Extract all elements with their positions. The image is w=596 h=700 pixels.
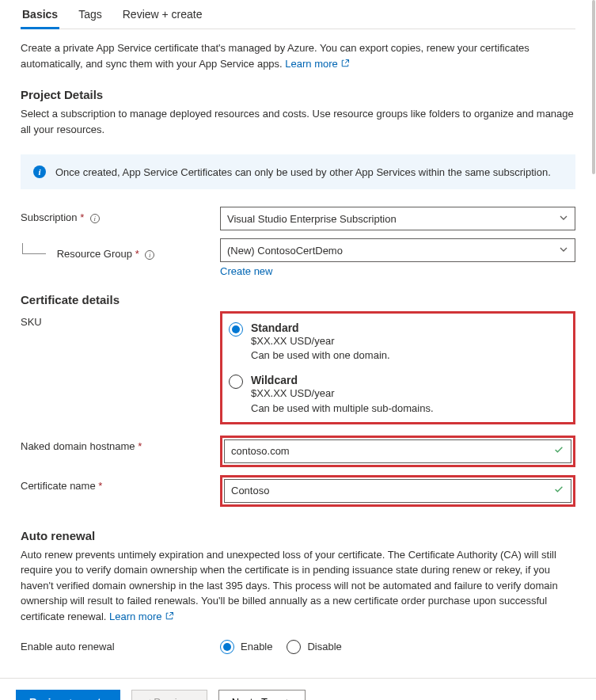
tabs: Basics Tags Review + create [21, 0, 575, 29]
previous-button: < Previous [131, 690, 207, 700]
hostname-frame: contoso.com [220, 436, 575, 467]
info-tooltip-icon[interactable]: i [145, 250, 154, 260]
sku-standard-title: Standard [251, 321, 390, 334]
cert-name-input[interactable]: Contoso [224, 479, 571, 503]
sku-wildcard-title: Wildcard [251, 374, 434, 386]
hostname-label: Naked domain hostname * [21, 436, 220, 452]
resource-group-label-text: Resource Group [57, 248, 132, 260]
create-new-link[interactable]: Create new [220, 265, 272, 277]
required-marker: * [135, 248, 139, 260]
sku-label: SKU [21, 311, 220, 328]
auto-renewal-heading: Auto renewal [21, 529, 575, 542]
project-details-heading: Project Details [21, 88, 575, 101]
sku-wildcard-price: $XX.XX USD/year [251, 386, 434, 401]
tab-tags[interactable]: Tags [77, 0, 104, 29]
chevron-down-icon [559, 213, 568, 225]
radio-unselected-icon [287, 640, 301, 654]
resource-group-select[interactable]: (New) ContosoCertDemo [220, 238, 575, 262]
required-marker: * [138, 440, 142, 452]
radio-unselected-icon [229, 375, 243, 389]
intro-body: Create a private App Service certificate… [21, 42, 530, 70]
subscription-select[interactable]: Visual Studio Enterprise Subscription [220, 207, 575, 230]
radio-selected-icon [220, 640, 234, 654]
sku-wildcard-option[interactable]: Wildcard $XX.XX USD/year Can be used wit… [229, 371, 567, 417]
auto-renewal-enable-option[interactable]: Enable [220, 639, 272, 654]
sku-options-group: Standard $XX.XX USD/year Can be used wit… [220, 311, 575, 424]
auto-renewal-desc: Auto renew prevents untimely expiration … [21, 547, 575, 626]
scrollbar[interactable] [592, 0, 595, 677]
disable-option-label: Disable [307, 641, 341, 652]
tree-line-icon [22, 243, 46, 254]
next-button[interactable]: Next : Tags > [218, 690, 306, 700]
learn-more-link[interactable]: Learn more [285, 58, 350, 70]
tab-review-create[interactable]: Review + create [121, 0, 204, 29]
hostname-input[interactable]: contoso.com [224, 439, 571, 463]
subscription-label-text: Subscription [21, 211, 78, 223]
check-icon [553, 444, 564, 458]
cert-name-frame: Contoso [220, 475, 575, 507]
chevron-down-icon [559, 245, 568, 257]
review-create-button[interactable]: Review + create [16, 690, 120, 700]
cert-name-label-text: Certificate name [21, 480, 96, 492]
intro-text: Create a private App Service certificate… [21, 40, 575, 72]
sku-standard-price: $XX.XX USD/year [251, 334, 390, 348]
external-link-icon [165, 610, 174, 626]
enable-option-label: Enable [241, 641, 272, 652]
info-icon: i [33, 165, 46, 178]
radio-selected-icon [229, 322, 243, 337]
sku-standard-note: Can be used with one domain. [251, 348, 390, 363]
sku-standard-option[interactable]: Standard $XX.XX USD/year Can be used wit… [229, 318, 567, 371]
info-banner-text: Once created, App Service Certificates c… [55, 166, 551, 178]
certificate-details-heading: Certificate details [21, 293, 575, 306]
enable-auto-renewal-label: Enable auto renewal [21, 636, 220, 652]
hostname-value: contoso.com [231, 445, 290, 457]
cert-name-label: Certificate name * [21, 475, 220, 492]
subscription-value: Visual Studio Enterprise Subscription [227, 213, 397, 225]
required-marker: * [80, 211, 84, 223]
resource-group-label: Resource Group * i [21, 238, 220, 260]
tab-basics[interactable]: Basics [21, 0, 59, 29]
auto-renewal-learn-more-label: Learn more [109, 611, 161, 622]
info-banner: i Once created, App Service Certificates… [21, 154, 575, 189]
check-icon [553, 484, 564, 497]
sku-wildcard-note: Can be used with multiple sub-domains. [251, 401, 434, 416]
required-marker: * [98, 480, 102, 492]
project-details-desc: Select a subscription to manage deployed… [21, 106, 575, 137]
external-link-icon [340, 57, 350, 73]
subscription-label: Subscription * i [21, 207, 220, 223]
resource-group-value: (New) ContosoCertDemo [227, 245, 343, 257]
auto-renewal-disable-option[interactable]: Disable [287, 639, 341, 654]
auto-renewal-body: Auto renew prevents untimely expiration … [21, 549, 558, 622]
hostname-label-text: Naked domain hostname [21, 440, 135, 452]
footer-actions: Review + create < Previous Next : Tags > [0, 678, 596, 700]
info-tooltip-icon[interactable]: i [90, 214, 100, 223]
learn-more-label: Learn more [285, 58, 337, 70]
cert-name-value: Contoso [231, 485, 269, 496]
auto-renewal-learn-more-link[interactable]: Learn more [109, 611, 174, 622]
